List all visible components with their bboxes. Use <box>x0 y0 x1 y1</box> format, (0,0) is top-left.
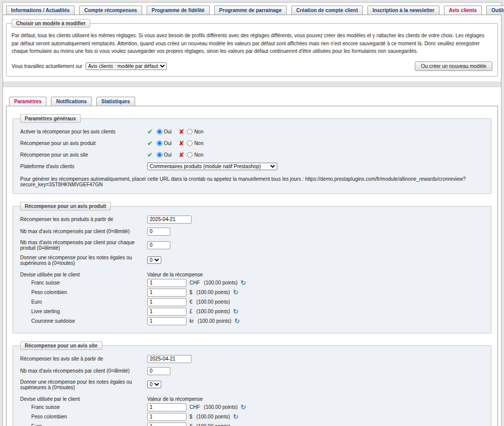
refresh-rate-icon[interactable]: ↻ <box>240 279 246 286</box>
product-max-input[interactable] <box>147 228 170 236</box>
site-max-label: Nb max d'avis récompensés par client (0=… <box>20 368 147 374</box>
currency-value-input[interactable] <box>147 279 186 287</box>
currency-row: Euro € (100.00 points) <box>20 422 484 426</box>
site-review-non-radio[interactable] <box>187 152 193 158</box>
currency-row: Franc suisse CHF (100.00 points) ↻ <box>20 279 484 287</box>
currency-points: (100.00 points) <box>204 280 238 286</box>
product-min-note-label: Donner une récompense pour les notes éga… <box>20 255 147 266</box>
site-review-oui-radio[interactable] <box>157 152 162 158</box>
site-min-note-select[interactable]: 0 <box>147 381 161 388</box>
site-review-reward-label: Récompense pour un avis site <box>20 152 147 158</box>
currency-name: Peso colombien <box>20 414 147 419</box>
tab-programme-fidelite[interactable]: Programme de fidélité <box>147 6 210 15</box>
product-min-note-select[interactable]: 0 <box>147 256 161 264</box>
tab-informations-actualites[interactable]: Informations / Actualités <box>6 6 75 15</box>
platform-row: Plateforme d'avis clients Commentaires p… <box>20 163 484 170</box>
currency-name: Peso colombien <box>20 290 147 295</box>
site-currency-header: Devise utilisée par le client Valeur de … <box>20 396 484 402</box>
product-date-label: Récompenser les avis produits à partir d… <box>20 217 147 222</box>
product-max-label: Nb max d'avis récompensés par client (0=… <box>20 229 147 234</box>
create-model-button[interactable]: Ou créer un nouveau modèle <box>415 61 492 71</box>
currency-value-input[interactable] <box>147 403 186 411</box>
section-divider <box>3 82 501 87</box>
cross-icon: ✘ <box>178 151 184 159</box>
product-date-input[interactable] <box>147 216 192 224</box>
oui-label: Oui <box>164 129 172 134</box>
tab-inscription-newsletter[interactable]: Inscription à la newsletter <box>367 6 439 15</box>
currency-name: Franc suisse <box>20 280 147 286</box>
refresh-rate-icon[interactable]: ↻ <box>234 318 240 324</box>
currency-value-input[interactable] <box>147 308 186 316</box>
check-icon: ✔ <box>147 139 153 147</box>
currency-row: Euro € (100.00 points) <box>20 298 484 306</box>
currency-row: Peso colombien $ (100.00 points) ↻ <box>20 413 484 421</box>
product-review-oui-radio[interactable] <box>157 140 162 146</box>
site-date-label: Récompenser les avis site à partir de <box>20 356 147 362</box>
tab-compte-recompenses[interactable]: Compte récompenses <box>79 6 142 15</box>
tab-programme-parrainage[interactable]: Programme de parrainage <box>214 6 287 15</box>
currency-code: $ <box>190 290 193 295</box>
currency-points: (100.00 points) <box>204 404 238 410</box>
enable-reward-row: Activer la récompense pour les avis clie… <box>20 128 484 135</box>
currency-name: Franc suisse <box>20 404 147 410</box>
currency-points: (100.00 points) <box>197 414 230 419</box>
model-select[interactable]: Avis clients : modèle par défaut <box>86 62 167 70</box>
value-column-header: Valeur de la récompense <box>147 396 203 402</box>
currency-column-header: Devise utilisée par le client <box>20 396 147 402</box>
general-settings-fieldset: Paramètres généraux Activer la récompens… <box>13 114 491 194</box>
currency-points: (100.00 points) <box>198 318 231 324</box>
product-max-per-product-row: Nb max d'avis récompensés par client pou… <box>20 240 484 251</box>
working-on-row: Vous travaillez actuellement sur Avis cl… <box>12 61 492 71</box>
cron-url-text: Pour générer les récompenses automatique… <box>20 176 484 187</box>
platform-label: Plateforme d'avis clients <box>20 164 147 169</box>
currency-row: Peso colombien $ (100.00 points) ↻ <box>20 289 484 297</box>
currency-code: $ <box>190 414 193 419</box>
currency-value-input[interactable] <box>147 413 186 421</box>
site-min-note-label: Donner une récompense pour les notes éga… <box>20 379 147 390</box>
site-reward-legend: Récompense pour un avis site <box>20 341 102 350</box>
currency-value-input[interactable] <box>147 317 186 325</box>
site-date-input[interactable] <box>147 355 192 363</box>
non-label: Non <box>194 140 203 146</box>
currency-value-input[interactable] <box>147 422 186 426</box>
platform-select[interactable]: Commentaires produits (module natif Pres… <box>147 163 277 170</box>
tab-creation-compte-client[interactable]: Création de compte client <box>291 6 363 15</box>
currency-row: Couronne suédoise kr (100.00 points) ↻ <box>20 317 484 325</box>
product-min-note-row: Donner une récompense pour les notes éga… <box>20 255 484 266</box>
tab-parametres[interactable]: Paramètres <box>9 97 46 106</box>
currency-name: Euro <box>20 423 147 426</box>
enable-reward-non-radio[interactable] <box>187 129 193 134</box>
product-review-reward-label: Récompense pour un avis produit <box>20 140 147 146</box>
product-reward-legend: Récompense pour un avis produit <box>20 202 111 210</box>
product-max-per-product-label: Nb max d'avis récompensés par client pou… <box>20 240 147 251</box>
refresh-rate-icon[interactable]: ↻ <box>233 289 238 296</box>
currency-value-input[interactable] <box>147 298 186 306</box>
tab-notifications[interactable]: Notifications <box>51 97 92 106</box>
tab-statistiques[interactable]: Statistiques <box>96 97 135 106</box>
refresh-rate-icon[interactable]: ↻ <box>233 413 238 420</box>
refresh-rate-icon[interactable]: ↻ <box>240 404 246 410</box>
site-min-note-row: Donner une récompense pour les notes éga… <box>20 379 484 390</box>
enable-reward-oui-radio[interactable] <box>157 129 162 134</box>
non-label: Non <box>194 152 203 158</box>
currency-code: € <box>190 299 193 305</box>
currency-name: Couronne suédoise <box>20 318 147 324</box>
site-date-row: Récompenser les avis site à partir de <box>20 355 484 363</box>
check-icon: ✔ <box>147 151 153 159</box>
tab-avis-clients[interactable]: Avis clients <box>444 6 482 15</box>
module-tabbar: Informations / Actualités Compte récompe… <box>3 3 501 15</box>
site-review-reward-row: Récompense pour un avis site ✔ Oui ✘ Non <box>20 151 484 159</box>
settings-tabbar: Paramètres Notifications Statistiques <box>6 94 498 106</box>
currency-value-input[interactable] <box>147 289 186 297</box>
product-review-reward-row: Récompense pour un avis produit ✔ Oui ✘ … <box>20 139 484 147</box>
product-max-per-product-input[interactable] <box>147 241 170 249</box>
model-intro-text: Par défaut, tous les clients utilisent l… <box>12 32 492 55</box>
currency-code: kr <box>190 318 194 324</box>
currency-name: Euro <box>20 299 147 305</box>
module-page: Informations / Actualités Compte récompe… <box>3 2 501 426</box>
site-max-input[interactable] <box>147 367 170 375</box>
tab-outils[interactable]: Outils <box>486 6 504 15</box>
refresh-rate-icon[interactable]: ↻ <box>233 308 238 315</box>
currency-points: (100.00 points) <box>197 299 230 305</box>
product-review-non-radio[interactable] <box>187 140 193 146</box>
